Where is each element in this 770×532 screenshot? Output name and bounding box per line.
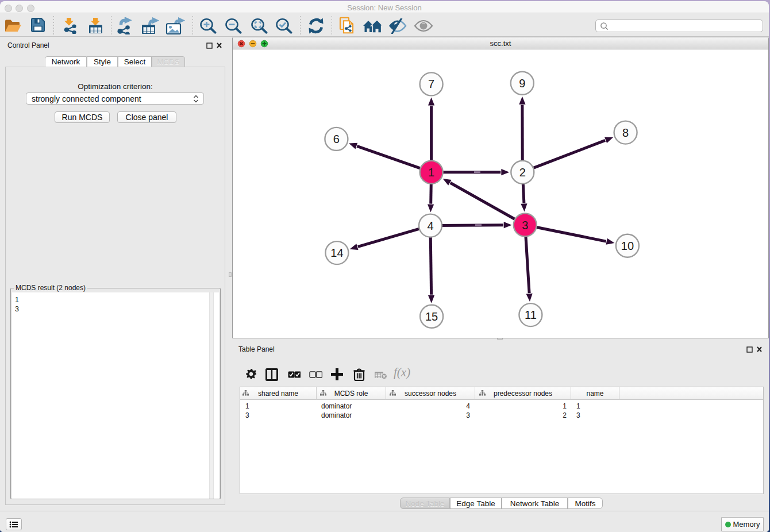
svg-text:3: 3 xyxy=(522,219,528,232)
svg-text:8: 8 xyxy=(622,126,629,139)
svg-text:14: 14 xyxy=(330,246,343,259)
svg-text:4: 4 xyxy=(427,219,433,232)
svg-text:6: 6 xyxy=(333,133,340,145)
svg-text:7: 7 xyxy=(428,78,434,90)
svg-text:15: 15 xyxy=(425,310,438,323)
svg-text:11: 11 xyxy=(525,309,537,321)
svg-text:10: 10 xyxy=(621,240,634,252)
svg-text:2: 2 xyxy=(519,166,526,179)
svg-text:9: 9 xyxy=(519,77,525,90)
svg-text:1: 1 xyxy=(428,166,434,179)
